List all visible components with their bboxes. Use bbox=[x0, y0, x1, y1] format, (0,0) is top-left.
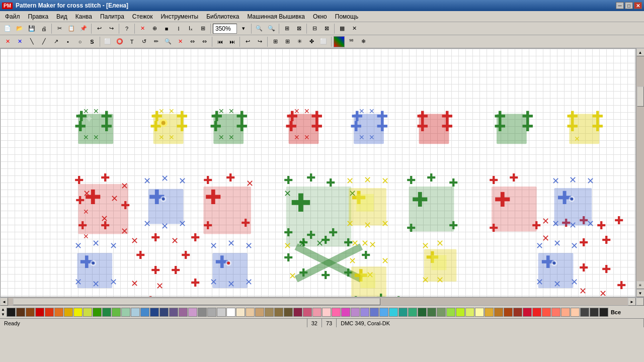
color-swatch-green-medium[interactable] bbox=[112, 308, 121, 317]
color-swatch-hot-pink[interactable] bbox=[332, 308, 341, 317]
copy-button[interactable]: 📋 bbox=[66, 23, 77, 34]
undo-button[interactable]: ↩ bbox=[94, 23, 105, 34]
color-swatch-yellow-bright[interactable] bbox=[73, 308, 83, 317]
menu-edit[interactable]: Правка bbox=[24, 12, 53, 21]
select-all-button[interactable]: ⊠ bbox=[321, 23, 332, 34]
color-swatch-sage[interactable] bbox=[437, 308, 446, 317]
color-swatch-maroon[interactable] bbox=[293, 308, 302, 317]
color-swatch-blue-medium[interactable] bbox=[140, 308, 149, 317]
color-swatch-pink[interactable] bbox=[312, 308, 321, 317]
close-button[interactable]: ✕ bbox=[634, 2, 642, 9]
scroll-down-arrow[interactable]: ▼ bbox=[636, 289, 645, 297]
pencil-tool[interactable]: ✏ bbox=[150, 36, 162, 47]
text2-button[interactable]: Iₓ bbox=[185, 23, 196, 34]
color-swatch-forest[interactable] bbox=[418, 308, 427, 317]
menu-machine-emb[interactable]: Машинная Вышивка bbox=[243, 12, 308, 21]
color-swatch-lavender[interactable] bbox=[188, 308, 197, 317]
color-swatch-light-blue[interactable] bbox=[131, 308, 140, 317]
menu-canvas[interactable]: Канва bbox=[71, 12, 96, 21]
next-frame[interactable]: ⏭ bbox=[226, 36, 237, 47]
color-swatch-rust[interactable] bbox=[504, 308, 513, 317]
color-swatch-skin[interactable] bbox=[246, 308, 255, 317]
color-swatch-sky[interactable] bbox=[379, 308, 388, 317]
color-swatch-yellow-green[interactable] bbox=[83, 308, 92, 317]
palette-nav-up[interactable]: ▲ ▼ bbox=[1, 307, 5, 317]
save-button[interactable]: 💾 bbox=[26, 23, 37, 34]
text-button[interactable]: I bbox=[173, 23, 184, 34]
dot-tool[interactable]: • bbox=[62, 36, 73, 47]
number-tool[interactable]: ⁹⁸ bbox=[346, 36, 357, 47]
zoom-tool[interactable]: 🔍 bbox=[163, 36, 174, 47]
menu-view[interactable]: Вид bbox=[52, 12, 71, 21]
rect-tool2[interactable]: ⬜ bbox=[318, 36, 329, 47]
color-swatch-mint[interactable] bbox=[121, 308, 130, 317]
asterisk-tool[interactable]: ✳ bbox=[294, 36, 305, 47]
hscroll-track[interactable] bbox=[8, 298, 628, 305]
color-swatch-silver[interactable] bbox=[207, 308, 216, 317]
color-picker[interactable] bbox=[334, 36, 345, 47]
palette-up-arrow[interactable]: ▲ bbox=[1, 307, 5, 312]
color-swatch-salmon[interactable] bbox=[561, 308, 570, 317]
table-button[interactable]: ▦ bbox=[337, 23, 348, 34]
color-swatch-lilac[interactable] bbox=[351, 308, 360, 317]
grid-btn2[interactable]: ⊟ bbox=[309, 23, 320, 34]
color-swatch-off-black[interactable] bbox=[599, 308, 608, 317]
cross-red-button[interactable]: ✕ bbox=[2, 36, 13, 47]
close-x-button[interactable]: ✕ bbox=[349, 23, 360, 34]
circle-tool[interactable]: ○ bbox=[74, 36, 86, 47]
fleur-tool[interactable]: ✤ bbox=[306, 36, 317, 47]
menu-file[interactable]: Файл bbox=[1, 12, 24, 21]
color-swatch-copper[interactable] bbox=[494, 308, 503, 317]
color-swatch-olive[interactable] bbox=[274, 308, 283, 317]
zoom-display[interactable]: 350% bbox=[213, 24, 237, 34]
menu-palette[interactable]: Палитра bbox=[96, 12, 128, 21]
paste-button[interactable]: 📌 bbox=[78, 23, 89, 34]
text-tool[interactable]: T bbox=[126, 36, 137, 47]
color-swatch-red[interactable] bbox=[45, 308, 54, 317]
color-swatch-periwinkle[interactable] bbox=[360, 308, 369, 317]
color-swatch-lemon[interactable] bbox=[465, 308, 474, 317]
rect-select[interactable]: ⬜ bbox=[102, 36, 113, 47]
color-swatch-gray[interactable] bbox=[198, 308, 207, 317]
color-swatch-purple[interactable] bbox=[169, 308, 178, 317]
scroll-left-arrow[interactable]: ◄ bbox=[0, 298, 8, 306]
color-swatch-beige[interactable] bbox=[236, 308, 245, 317]
snowflake-tool[interactable]: ❄ bbox=[358, 36, 369, 47]
color-swatch-green[interactable] bbox=[93, 308, 102, 317]
color-swatch-lime[interactable] bbox=[446, 308, 455, 317]
color-swatch-cream[interactable] bbox=[475, 308, 484, 317]
diagonal-left[interactable]: ╲ bbox=[26, 36, 37, 47]
color-swatch-black[interactable] bbox=[7, 308, 16, 317]
arrow-tool[interactable]: ↗ bbox=[50, 36, 61, 47]
color-swatch-magenta[interactable] bbox=[341, 308, 350, 317]
scroll-up-arrow[interactable]: ▲ bbox=[636, 48, 645, 56]
circle-select[interactable]: ⭕ bbox=[114, 36, 125, 47]
diagonal-right[interactable]: ╱ bbox=[38, 36, 49, 47]
color-swatch-scarlet[interactable] bbox=[532, 308, 541, 317]
color-swatch-charcoal[interactable] bbox=[590, 308, 599, 317]
color-swatch-red-dark[interactable] bbox=[35, 308, 44, 317]
color-swatch-coral[interactable] bbox=[551, 308, 560, 317]
scroll-track[interactable] bbox=[636, 56, 645, 281]
menu-window[interactable]: Окно bbox=[309, 12, 331, 21]
color-swatch-violet[interactable] bbox=[179, 308, 188, 317]
grid3[interactable]: ⊞ bbox=[270, 36, 281, 47]
cut-button[interactable]: ✂ bbox=[54, 23, 65, 34]
copy-tool[interactable]: ⇔ bbox=[199, 36, 210, 47]
color-swatch-light-pink[interactable] bbox=[322, 308, 331, 317]
print-button[interactable]: 🖨 bbox=[38, 23, 49, 34]
color-swatch-brown-dark[interactable] bbox=[16, 308, 25, 317]
view-toggle2[interactable]: ⊠ bbox=[293, 23, 304, 34]
color-swatch-blue[interactable] bbox=[150, 308, 159, 317]
brush-tool[interactable]: ↺ bbox=[138, 36, 149, 47]
zoom-dropdown[interactable]: ▾ bbox=[238, 23, 249, 34]
delete-red-button[interactable]: ✕ bbox=[137, 23, 148, 34]
help-button[interactable]: ? bbox=[121, 23, 132, 34]
restore-button[interactable]: □ bbox=[625, 2, 633, 9]
color-swatch-brown[interactable] bbox=[26, 308, 35, 317]
view-toggle1[interactable]: ⊞ bbox=[281, 23, 292, 34]
color-swatch-light-gray[interactable] bbox=[217, 308, 226, 317]
minimize-button[interactable]: ─ bbox=[616, 2, 624, 9]
color-swatch-peach[interactable] bbox=[571, 308, 580, 317]
color-swatch-white[interactable] bbox=[226, 308, 235, 317]
